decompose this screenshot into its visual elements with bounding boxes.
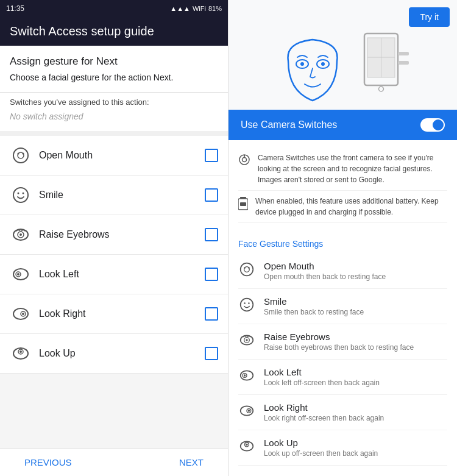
info-row-battery: When enabled, this feature uses addition… <box>238 191 447 223</box>
right-open-mouth-desc: Open mouth then back to resting face <box>264 272 447 281</box>
right-panel: Try it <box>228 0 457 476</box>
look-right-icon <box>10 303 32 325</box>
smile-icon <box>10 184 32 206</box>
svg-point-36 <box>241 263 253 276</box>
svg-point-15 <box>22 313 24 315</box>
svg-point-54 <box>246 444 247 446</box>
right-smile-name: Smile <box>264 296 447 307</box>
right-open-mouth-icon <box>238 262 255 280</box>
svg-rect-28 <box>398 52 409 55</box>
right-gesture-item-look-left[interactable]: Look Left Look left off-screen then back… <box>238 360 447 395</box>
svg-rect-35 <box>240 202 246 206</box>
face-illustration <box>276 30 349 110</box>
svg-point-45 <box>246 339 247 341</box>
assigned-label: Switches you've assigned to this action: <box>0 92 228 109</box>
svg-point-39 <box>248 267 250 269</box>
svg-point-41 <box>244 302 246 304</box>
phone-illustration <box>361 30 410 104</box>
right-gesture-item-open-mouth[interactable]: Open Mouth Open mouth then back to resti… <box>238 254 447 289</box>
right-look-up-desc: Look up off-screen then back again <box>264 449 447 458</box>
svg-point-32 <box>244 155 245 157</box>
try-it-button[interactable]: Try it <box>409 7 450 27</box>
battery-info-text: When enabled, this feature uses addition… <box>255 196 447 218</box>
battery-info-icon <box>238 197 248 213</box>
gesture-item-open-mouth[interactable]: Open Mouth <box>0 136 228 176</box>
look-left-icon <box>10 263 32 285</box>
right-gesture-item-raise-eyebrows[interactable]: Raise Eyebrows Raise both eyebrows then … <box>238 324 447 360</box>
open-mouth-label: Open Mouth <box>39 150 205 161</box>
right-open-mouth-info: Open Mouth Open mouth then back to resti… <box>264 261 447 281</box>
right-look-right-desc: Look right off-screen then back again <box>264 414 447 422</box>
svg-point-27 <box>378 87 383 91</box>
open-mouth-icon <box>10 144 32 166</box>
svg-point-4 <box>13 188 28 202</box>
gesture-list: Open Mouth Smile <box>0 136 228 374</box>
info-row-camera: Camera Switches use the front camera to … <box>238 147 447 191</box>
camera-info-icon <box>238 154 250 169</box>
right-look-left-info: Look Left Look left off-screen then back… <box>264 367 447 387</box>
svg-point-6 <box>23 193 24 194</box>
raise-eyebrows-checkbox[interactable] <box>205 228 218 241</box>
svg-point-9 <box>19 233 22 236</box>
gesture-item-smile[interactable]: Smile <box>0 176 228 215</box>
right-open-mouth-name: Open Mouth <box>264 261 447 271</box>
look-right-label: Look Right <box>39 308 205 319</box>
signal-icon: ▲▲▲ <box>170 5 190 12</box>
right-gesture-item-look-right[interactable]: Look Right Look right off-screen then ba… <box>238 395 447 430</box>
next-button[interactable]: Next <box>179 457 204 467</box>
right-smile-icon <box>238 297 255 316</box>
gesture-item-raise-eyebrows[interactable]: Raise Eyebrows <box>0 215 228 255</box>
open-mouth-checkbox[interactable] <box>205 149 218 162</box>
look-right-checkbox[interactable] <box>205 307 218 321</box>
right-look-right-info: Look Right Look right off-screen then ba… <box>264 402 447 422</box>
look-up-checkbox[interactable] <box>205 347 218 360</box>
right-look-left-icon <box>238 368 255 386</box>
right-look-up-icon <box>238 439 255 457</box>
gesture-item-look-right[interactable]: Look Right <box>0 294 228 334</box>
svg-point-5 <box>18 193 19 194</box>
raise-eyebrows-icon <box>10 224 32 246</box>
camera-switch-label: Use Camera Switches <box>241 119 337 130</box>
right-raise-eyebrows-info: Raise Eyebrows Raise both eyebrows then … <box>264 332 447 352</box>
raise-eyebrows-label: Raise Eyebrows <box>39 229 205 240</box>
right-gesture-list: Open Mouth Open mouth then back to resti… <box>228 254 457 466</box>
right-gesture-item-smile[interactable]: Smile Smile then back to resting face <box>238 289 447 324</box>
wifi-icon: WiFi <box>193 5 206 12</box>
svg-point-22 <box>321 62 325 66</box>
left-footer: Previous Next <box>0 448 228 476</box>
right-smile-info: Smile Smile then back to resting face <box>264 296 447 316</box>
smile-checkbox[interactable] <box>205 188 218 202</box>
svg-point-42 <box>248 302 250 304</box>
gesture-item-look-up[interactable]: Look Up <box>0 334 228 374</box>
app-title: Switch Access setup guide <box>10 24 154 38</box>
svg-point-12 <box>17 273 19 275</box>
svg-point-38 <box>244 267 246 269</box>
look-left-checkbox[interactable] <box>205 268 218 281</box>
right-look-up-info: Look Up Look up off-screen then back aga… <box>264 438 447 458</box>
camera-switch-bar: Use Camera Switches <box>228 110 457 140</box>
battery-icon: 81% <box>208 5 222 12</box>
status-bar: 11:35 ▲▲▲ WiFi 81% <box>0 0 228 17</box>
right-raise-eyebrows-name: Raise Eyebrows <box>264 332 447 342</box>
svg-point-0 <box>13 148 28 163</box>
section-subtitle: Choose a facial gesture for the action N… <box>0 70 228 92</box>
svg-point-3 <box>23 153 24 155</box>
svg-point-31 <box>243 158 247 162</box>
gesture-item-look-left[interactable]: Look Left <box>0 255 228 294</box>
right-look-left-name: Look Left <box>264 367 447 377</box>
right-look-left-desc: Look left off-screen then back again <box>264 378 447 387</box>
info-section: Camera Switches use the front camera to … <box>228 140 457 230</box>
svg-point-40 <box>241 299 253 311</box>
face-gesture-title: Face Gesture Settings <box>228 230 457 254</box>
right-look-up-name: Look Up <box>264 438 447 448</box>
right-gesture-item-look-up[interactable]: Look Up Look up off-screen then back aga… <box>238 430 447 466</box>
no-switch-text: No switch assigned <box>0 109 228 136</box>
smile-label: Smile <box>39 190 205 201</box>
previous-button[interactable]: Previous <box>24 457 72 467</box>
right-look-right-name: Look Right <box>264 402 447 413</box>
svg-point-20 <box>300 62 304 66</box>
camera-switch-toggle[interactable] <box>420 118 445 132</box>
right-look-right-icon <box>238 403 255 422</box>
svg-point-48 <box>244 374 246 376</box>
camera-info-text: Camera Switches use the front camera to … <box>258 152 447 185</box>
